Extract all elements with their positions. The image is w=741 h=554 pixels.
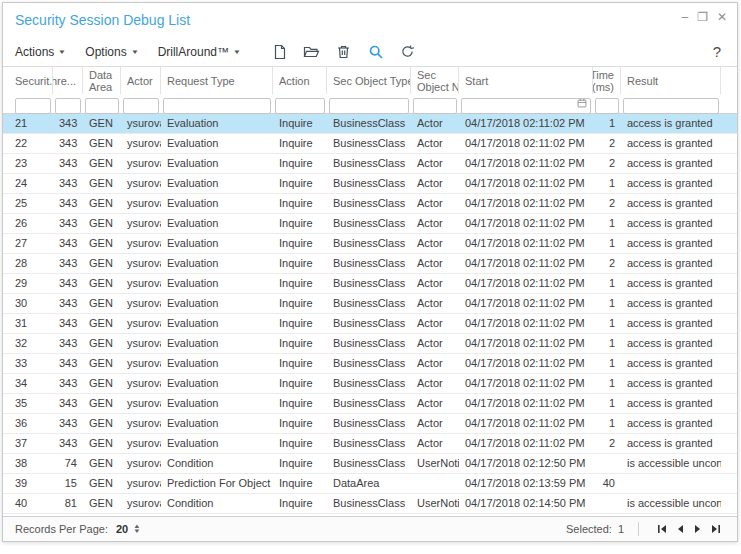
drillaround-menu[interactable]: DrillAround™ ▼ — [158, 45, 240, 59]
cell-sec_object_type: BusinessClass — [327, 314, 411, 333]
table-row[interactable]: 26343GENysurovaEvaluationInquireBusiness… — [3, 214, 737, 234]
table-row[interactable]: 32343GENysurovaEvaluationInquireBusiness… — [3, 334, 737, 354]
new-document-icon[interactable] — [268, 42, 292, 62]
cell-result: access is granted — [621, 274, 721, 293]
cell-start: 04/17/2018 02:11:02 PM — [459, 214, 593, 233]
filter-input-security[interactable] — [15, 98, 51, 114]
cell-sec_object_name: UserNotif... — [411, 494, 459, 513]
actions-menu[interactable]: Actions ▼ — [15, 45, 65, 59]
calendar-icon[interactable] — [577, 98, 587, 108]
filter-input-data_area[interactable] — [85, 98, 119, 114]
cell-result: access is granted — [621, 254, 721, 273]
cell-time_ms: 1 — [593, 374, 621, 393]
table-row[interactable]: 36343GENysurovaEvaluationInquireBusiness… — [3, 414, 737, 434]
close-icon[interactable]: ✕ — [717, 10, 727, 24]
table-row[interactable]: 28343GENysurovaEvaluationInquireBusiness… — [3, 254, 737, 274]
next-page-icon[interactable] — [689, 521, 707, 537]
cell-time_ms: 1 — [593, 234, 621, 253]
table-row[interactable]: 22343GENysurovaEvaluationInquireBusiness… — [3, 134, 737, 154]
cell-result: access is granted — [621, 314, 721, 333]
cell-time_ms: 2 — [593, 254, 621, 273]
column-header-actor[interactable]: Actor — [121, 67, 161, 94]
table-row[interactable]: 29343GENysurovaEvaluationInquireBusiness… — [3, 274, 737, 294]
cell-result — [621, 474, 721, 493]
cell-gutter — [721, 254, 737, 273]
cell-sec_object_type: BusinessClass — [327, 194, 411, 213]
cell-time_ms: 1 — [593, 294, 621, 313]
grid-head: Securit...Thre...Data AreaActorRequest T… — [3, 66, 737, 114]
filter-input-result[interactable] — [623, 98, 719, 114]
page-title: Security Session Debug List — [15, 12, 190, 28]
table-row[interactable]: 30343GENysurovaEvaluationInquireBusiness… — [3, 294, 737, 314]
table-row[interactable]: 4081GENysurovaConditionInquireBusinessCl… — [3, 494, 737, 514]
column-header-data_area[interactable]: Data Area — [83, 67, 121, 94]
filter-input-request_type[interactable] — [163, 98, 271, 114]
cell-time_ms: 1 — [593, 214, 621, 233]
cell-security: 24 — [3, 174, 53, 193]
filter-input-start[interactable] — [461, 98, 591, 114]
column-header-thread[interactable]: Thre... — [53, 67, 83, 94]
table-row[interactable]: 27343GENysurovaEvaluationInquireBusiness… — [3, 234, 737, 254]
filter-input-actor[interactable] — [123, 98, 159, 114]
spinner-down-icon[interactable]: ▼ — [133, 529, 141, 534]
help-button[interactable]: ? — [713, 43, 725, 60]
table-row[interactable]: 21343GENysurovaEvaluationInquireBusiness… — [3, 114, 737, 134]
column-header-time_ms[interactable]: Time (ms) — [593, 67, 621, 94]
cell-action: Inquire — [273, 154, 327, 173]
filter-cell-gutter — [721, 94, 737, 113]
chevron-down-icon: ▼ — [130, 49, 138, 55]
table-row[interactable]: 37343GENysurovaEvaluationInquireBusiness… — [3, 434, 737, 454]
table-row[interactable]: 35343GENysurovaEvaluationInquireBusiness… — [3, 394, 737, 414]
first-page-icon[interactable] — [653, 521, 671, 537]
filter-input-sec_object_type[interactable] — [329, 98, 409, 114]
table-row[interactable]: 24343GENysurovaEvaluationInquireBusiness… — [3, 174, 737, 194]
cell-start: 04/17/2018 02:11:02 PM — [459, 434, 593, 453]
column-header-request_type[interactable]: Request Type — [161, 67, 273, 94]
filter-input-action[interactable] — [275, 98, 325, 114]
title-bar: Security Session Debug List – ❐ ✕ — [3, 3, 737, 37]
cell-time_ms: 1 — [593, 274, 621, 293]
search-icon[interactable] — [364, 42, 388, 62]
filter-cell-request_type — [161, 94, 273, 113]
delete-icon[interactable] — [332, 42, 356, 62]
records-per-page-stepper[interactable]: ▲ ▼ — [134, 524, 140, 534]
column-header-sec_object_name[interactable]: Sec Object Na... — [411, 67, 459, 94]
column-header-start[interactable]: Start — [459, 67, 593, 94]
cell-thread: 343 — [53, 334, 83, 353]
column-header-action[interactable]: Action — [273, 67, 327, 94]
column-header-sec_object_type[interactable]: Sec Object Type — [327, 67, 411, 94]
cell-data_area: GEN — [83, 494, 121, 513]
grid-body: 21343GENysurovaEvaluationInquireBusiness… — [3, 114, 737, 516]
filter-input-thread[interactable] — [55, 98, 81, 114]
records-per-page-value[interactable]: 20 — [116, 523, 128, 535]
filter-input-time_ms[interactable] — [595, 98, 619, 114]
cell-sec_object_name: Actor — [411, 414, 459, 433]
table-row[interactable]: 23343GENysurovaEvaluationInquireBusiness… — [3, 154, 737, 174]
table-row[interactable]: 31343GENysurovaEvaluationInquireBusiness… — [3, 314, 737, 334]
minimize-icon[interactable]: – — [681, 10, 688, 24]
table-row[interactable]: 3915GENysurovaPrediction For Object Type… — [3, 474, 737, 494]
maximize-icon[interactable]: ❐ — [697, 10, 708, 24]
filter-input-sec_object_name[interactable] — [413, 98, 457, 114]
cell-actor: ysurova — [121, 174, 161, 193]
status-bar: Records Per Page: 20 ▲ ▼ Selected: 1 — [3, 516, 737, 541]
column-header-result[interactable]: Result — [621, 67, 721, 94]
cell-time_ms: 1 — [593, 174, 621, 193]
cell-thread: 343 — [53, 214, 83, 233]
cell-actor: ysurova — [121, 334, 161, 353]
column-header-security[interactable]: Securit... — [3, 67, 53, 94]
options-menu[interactable]: Options ▼ — [85, 45, 137, 59]
cell-action: Inquire — [273, 334, 327, 353]
previous-page-icon[interactable] — [671, 521, 689, 537]
cell-time_ms: 2 — [593, 194, 621, 213]
table-row[interactable]: 3874GENysurovaConditionInquireBusinessCl… — [3, 454, 737, 474]
cell-gutter — [721, 394, 737, 413]
table-row[interactable]: 25343GENysurovaEvaluationInquireBusiness… — [3, 194, 737, 214]
cell-start: 04/17/2018 02:12:50 PM — [459, 454, 593, 473]
cell-request_type: Evaluation — [161, 274, 273, 293]
refresh-icon[interactable] — [396, 42, 420, 62]
open-folder-icon[interactable] — [300, 42, 324, 62]
table-row[interactable]: 33343GENysurovaEvaluationInquireBusiness… — [3, 354, 737, 374]
table-row[interactable]: 34343GENysurovaEvaluationInquireBusiness… — [3, 374, 737, 394]
last-page-icon[interactable] — [707, 521, 725, 537]
